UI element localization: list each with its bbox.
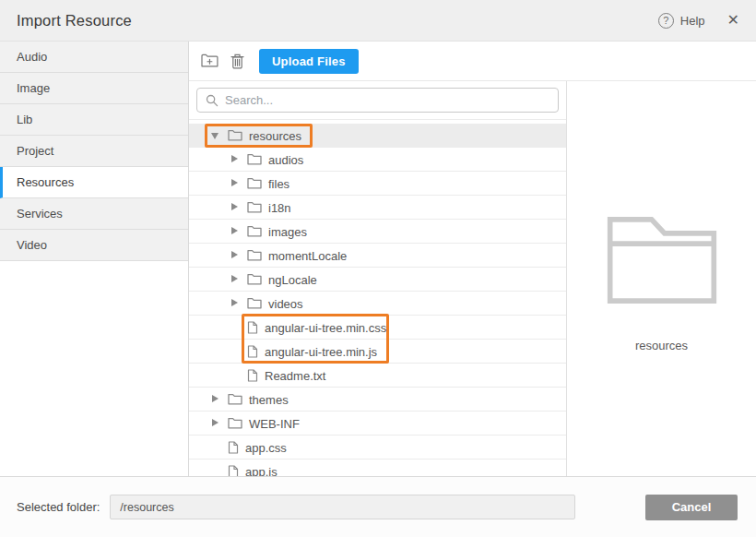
sidebar-item-label: Image [17,81,50,95]
folder-icon [247,225,262,237]
tree-item-label: files [268,177,289,190]
preview-panel: resources [567,81,756,476]
tree-item-label: Readme.txt [265,369,325,382]
tree-item-images[interactable]: images [189,220,566,244]
folder-icon [247,297,262,309]
caret-right-icon[interactable] [230,155,239,163]
file-tree-column: resourcesaudiosfilesi18nimagesmomentLoca… [189,81,567,476]
tree-item-files[interactable]: files [189,172,566,196]
folder-icon [247,201,262,213]
caret-right-icon[interactable] [230,275,239,283]
caret-right-icon[interactable] [211,419,219,427]
import-resource-dialog: Import Resource ? Help ✕ AudioImageLibPr… [0,0,756,537]
tree-item-label: images [268,225,307,238]
caret-right-icon[interactable] [230,227,239,235]
folder-icon [247,153,262,165]
header-actions: ? Help ✕ [658,13,739,29]
tree-item-resources[interactable]: resources [189,124,566,148]
tree-item-themes[interactable]: themes [189,388,566,412]
search-input[interactable] [225,93,549,107]
help-label: Help [680,14,705,28]
tree-item-app.js[interactable]: app.js [189,459,566,476]
sidebar-item-label: Video [17,238,47,252]
folder-icon [247,273,262,285]
tree-item-videos[interactable]: videos [189,292,566,316]
sidebar-item-resources[interactable]: Resources [0,167,188,198]
content-area: resourcesaudiosfilesi18nimagesmomentLoca… [189,81,756,476]
tree-item-angular-ui-tree.min.js[interactable]: angular-ui-tree.min.js [189,340,566,364]
caret-right-icon[interactable] [211,395,219,403]
sidebar-item-video[interactable]: Video [0,230,188,261]
tree-item-label: resources [249,129,301,142]
folder-plus-icon [201,54,219,68]
sidebar-item-label: Audio [17,50,47,64]
question-circle-icon: ? [658,13,674,29]
tree-item-i18n[interactable]: i18n [189,196,566,220]
tree-item-label: videos [268,297,303,310]
sidebar-item-services[interactable]: Services [0,198,188,230]
caret-right-icon[interactable] [230,179,239,187]
tree-item-label: app.css [245,441,287,454]
caret-right-icon[interactable] [230,299,239,307]
file-icon [247,369,258,382]
close-icon[interactable]: ✕ [727,13,739,28]
tree-item-angular-ui-tree.min.css[interactable]: angular-ui-tree.min.css [189,316,566,340]
folder-large-icon [606,215,718,305]
dialog-footer: Selected folder: Cancel [0,476,756,537]
sidebar-item-audio[interactable]: Audio [0,42,188,73]
tree-item-momentLocale[interactable]: momentLocale [189,244,566,268]
tree-item-app.css[interactable]: app.css [189,436,566,459]
file-tree: resourcesaudiosfilesi18nimagesmomentLoca… [189,120,566,476]
dialog-header: Import Resource ? Help ✕ [0,0,756,42]
search-area [189,81,566,120]
tree-item-label: i18n [268,201,291,214]
tree-item-label: angular-ui-tree.min.css [265,321,386,334]
trash-icon [230,54,244,69]
new-folder-button[interactable] [201,54,219,68]
sidebar-item-lib[interactable]: Lib [0,104,188,136]
file-icon [228,441,239,454]
tree-item-label: app.js [245,465,278,477]
sidebar-item-label: Lib [17,113,32,126]
tree-item-label: audios [268,153,303,166]
tree-item-WEB-INF[interactable]: WEB-INF [189,412,566,436]
upload-files-button[interactable]: Upload Files [259,49,359,74]
file-icon [247,321,258,334]
tree-item-audios[interactable]: audios [189,148,566,172]
resource-toolbar: Upload Files [189,42,756,81]
selected-folder-input[interactable] [110,495,575,519]
folder-icon [228,393,242,405]
file-icon [247,345,258,358]
folder-icon [247,249,262,261]
file-icon [228,465,239,477]
sidebar-item-project[interactable]: Project [0,136,188,167]
search-icon [206,94,219,107]
caret-right-icon[interactable] [230,203,239,211]
delete-button[interactable] [230,54,244,69]
tree-item-Readme.txt[interactable]: Readme.txt [189,364,566,388]
help-button[interactable]: ? Help [658,13,705,29]
folder-icon [228,417,242,429]
caret-spacer [230,371,239,379]
search-box [196,88,559,113]
tree-item-ngLocale[interactable]: ngLocale [189,268,566,292]
dialog-body: AudioImageLibProjectResourcesServicesVid… [0,42,756,476]
main-area: Upload Files resourcesaudiosf [189,42,756,476]
folder-icon [228,129,242,141]
caret-spacer [211,467,219,475]
sidebar-item-label: Services [17,207,63,221]
caret-right-icon[interactable] [230,251,239,259]
tree-item-label: themes [249,393,289,406]
caret-spacer [230,347,239,355]
selected-folder-label: Selected folder: [17,500,100,514]
sidebar-item-image[interactable]: Image [0,73,188,104]
cancel-button[interactable]: Cancel [645,495,738,520]
tree-item-label: momentLocale [268,249,347,262]
sidebar-item-label: Project [17,144,53,158]
tree-item-label: ngLocale [268,273,317,286]
caret-spacer [211,443,219,451]
tree-item-label: WEB-INF [249,417,300,430]
preview-folder-name: resources [635,339,688,352]
sidebar-item-label: Resources [17,175,74,189]
caret-down-icon[interactable] [211,131,219,139]
